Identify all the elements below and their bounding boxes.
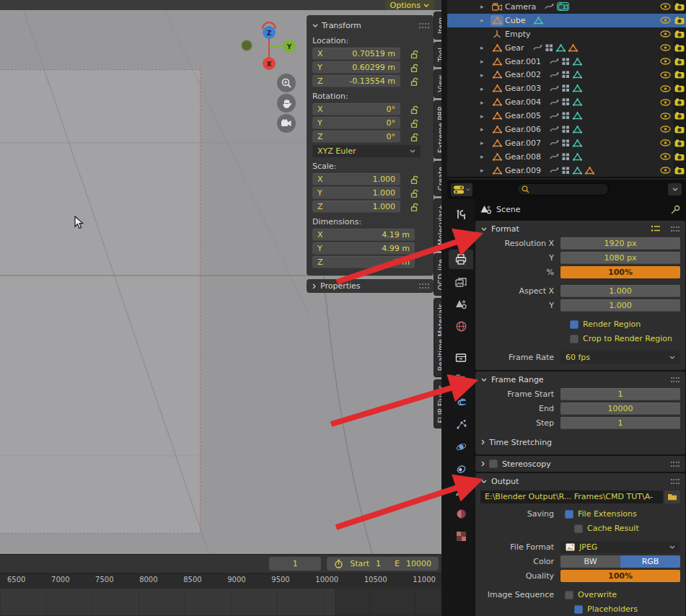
hide-viewport-toggle[interactable] <box>659 126 672 133</box>
outliner-row[interactable]: ▸ Gear.008 <box>447 150 686 164</box>
breadcrumb-scene[interactable]: Scene <box>496 205 521 214</box>
panel-grip[interactable] <box>419 283 429 289</box>
resolution-x-field[interactable]: 1920 px <box>560 237 680 250</box>
timeline-channels[interactable] <box>0 589 441 615</box>
outliner-row[interactable]: ▸ Gear.007 <box>447 136 686 150</box>
rotation-field[interactable]: Z 0° <box>312 131 400 143</box>
transform-panel-header[interactable]: Transform <box>312 19 429 32</box>
location-field[interactable]: Z -0.13554 m <box>312 75 400 87</box>
properties-collapsed-panel[interactable]: Properties <box>307 279 434 293</box>
hide-viewport-toggle[interactable] <box>659 17 672 24</box>
unlock-icon[interactable] <box>410 189 418 198</box>
hide-viewport-toggle[interactable] <box>659 113 672 120</box>
expand-caret-icon[interactable]: ▸ <box>480 153 491 160</box>
quality-slider[interactable]: 100% <box>560 570 680 582</box>
tab-constraints[interactable] <box>450 459 472 479</box>
disable-render-toggle[interactable] <box>672 71 686 79</box>
file-extensions-checkbox[interactable] <box>565 510 573 519</box>
scale-field[interactable]: Z 1.000 <box>312 201 400 213</box>
stereoscopy-checkbox[interactable] <box>489 459 498 468</box>
disable-render-toggle[interactable] <box>672 112 686 120</box>
object-name[interactable]: Gear.004 <box>505 97 541 107</box>
outliner-row[interactable]: ▸ Cube <box>447 14 686 27</box>
timeline-ruler[interactable]: 6500700075008000850090009500100001050011… <box>0 573 441 589</box>
format-panel-header[interactable]: Format <box>475 221 685 237</box>
object-name[interactable]: Gear.005 <box>505 111 541 120</box>
dimensions-field[interactable]: Z 2 m <box>312 256 415 268</box>
frame-step-field[interactable]: 1 <box>560 417 680 429</box>
frame-rate-dropdown[interactable]: 60 fps <box>560 351 680 364</box>
tab-collection[interactable] <box>450 348 472 367</box>
location-field[interactable]: X 0.70519 m <box>312 48 400 60</box>
color-bw-option[interactable]: BW <box>560 555 620 568</box>
disable-render-toggle[interactable] <box>672 153 686 161</box>
dimensions-field[interactable]: Y 4.99 m <box>312 242 415 255</box>
panel-grip[interactable] <box>671 377 680 382</box>
tab-particles[interactable] <box>450 415 472 434</box>
outliner-row[interactable]: ▸ Gear <box>447 41 686 55</box>
output-header[interactable]: Output <box>475 473 685 489</box>
disable-render-toggle[interactable] <box>672 167 686 175</box>
scale-field[interactable]: Y 1.000 <box>312 187 400 199</box>
object-name[interactable]: Gear.009 <box>505 166 541 175</box>
outliner-row[interactable]: ▸ Gear.002 <box>447 68 686 82</box>
outliner-row[interactable]: ▸ Gear.003 <box>447 82 686 95</box>
object-name[interactable]: Gear.002 <box>505 70 541 79</box>
hide-viewport-toggle[interactable] <box>659 99 672 106</box>
object-name[interactable]: Cube <box>505 16 525 25</box>
current-frame-field[interactable]: 1 <box>269 557 321 571</box>
camera-view-button[interactable] <box>277 114 296 133</box>
expand-caret-icon[interactable]: ▸ <box>480 126 491 133</box>
expand-caret-icon[interactable]: ▸ <box>480 113 491 120</box>
hide-viewport-toggle[interactable] <box>659 71 672 79</box>
outliner-row[interactable]: ▸ Gear.001 <box>447 55 686 69</box>
properties-filter-button[interactable] <box>668 183 682 195</box>
disable-render-toggle[interactable] <box>672 30 686 38</box>
render-region-checkbox[interactable] <box>570 320 579 329</box>
stereoscopy-header[interactable]: Stereoscopy <box>475 456 685 472</box>
panel-grip[interactable] <box>671 479 680 484</box>
output-path-field[interactable]: E:\Blender Output\R... Frames\CMD TUT\A- <box>480 490 663 503</box>
expand-caret-icon[interactable]: ▸ <box>480 44 491 51</box>
object-name[interactable]: Gear.001 <box>505 57 541 66</box>
unlock-icon[interactable] <box>410 77 418 86</box>
sidebar-tab[interactable]: OCD_lite <box>434 253 441 296</box>
tab-scene[interactable] <box>450 294 472 314</box>
sidebar-tab[interactable]: Realtime Materials <box>434 298 441 377</box>
panel-grip[interactable] <box>419 23 429 28</box>
tab-object-data[interactable] <box>450 482 472 501</box>
hide-viewport-toggle[interactable] <box>659 44 672 51</box>
sidebar-tab[interactable]: View <box>434 69 441 98</box>
tab-object[interactable] <box>450 370 472 390</box>
outliner-row[interactable]: Empty <box>447 27 686 41</box>
tab-tool[interactable] <box>450 205 472 224</box>
tab-world[interactable] <box>450 317 472 336</box>
unlock-icon[interactable] <box>410 175 418 184</box>
disable-render-toggle[interactable] <box>672 139 686 147</box>
scale-field[interactable]: X 1.000 <box>312 173 400 185</box>
viewport-3d[interactable]: Options Z Y X <box>0 0 441 554</box>
placeholders-checkbox[interactable] <box>574 605 583 614</box>
expand-caret-icon[interactable]: ▸ <box>480 139 491 146</box>
expand-caret-icon[interactable]: ▸ <box>480 3 491 10</box>
outliner-row[interactable]: ▸ Gear.006 <box>447 123 686 136</box>
expand-caret-icon[interactable]: ▸ <box>480 167 491 174</box>
hide-viewport-toggle[interactable] <box>659 139 672 146</box>
disable-render-toggle[interactable] <box>672 44 686 52</box>
sidebar-tab[interactable]: Molecular+ <box>434 198 441 251</box>
crop-render-region-checkbox[interactable] <box>570 335 579 343</box>
dimensions-field[interactable]: X 4.19 m <box>312 229 415 241</box>
start-value[interactable]: 1 <box>376 559 381 568</box>
properties-search[interactable] <box>516 183 609 195</box>
color-rgb-option[interactable]: RGB <box>620 555 680 568</box>
frame-start-field[interactable]: 1 <box>560 388 680 400</box>
resolution-percent-slider[interactable]: 100% <box>560 266 680 278</box>
orientation-gizmo[interactable]: Z Y X <box>238 20 303 72</box>
editor-type-selector[interactable] <box>451 183 472 196</box>
overwrite-checkbox[interactable] <box>565 591 573 599</box>
browse-folder-button[interactable] <box>664 490 680 503</box>
options-button[interactable]: Options <box>385 0 434 10</box>
disable-render-toggle[interactable] <box>672 84 686 92</box>
hide-viewport-toggle[interactable] <box>659 58 672 65</box>
outliner-row[interactable]: ▸ Gear.005 <box>447 109 686 123</box>
